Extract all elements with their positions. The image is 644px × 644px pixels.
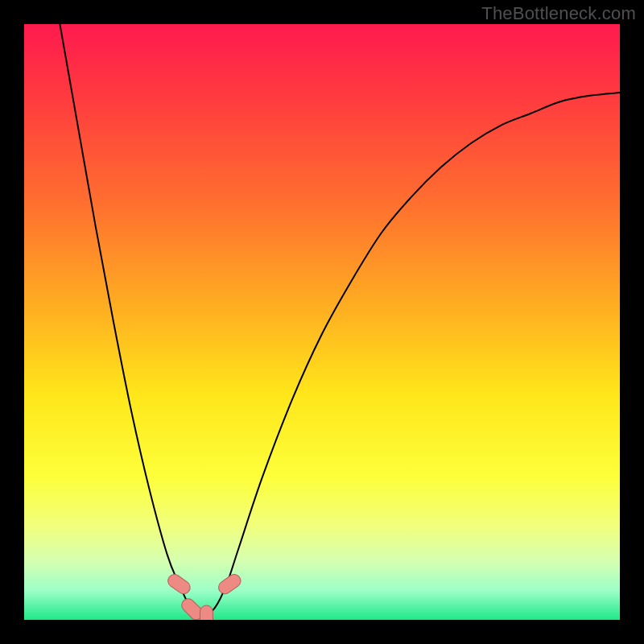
plot-svg	[24, 24, 620, 620]
curve-marker	[200, 605, 213, 620]
bottleneck-plot	[24, 24, 620, 620]
chart-frame: TheBottleneck.com	[0, 0, 644, 644]
watermark-text: TheBottleneck.com	[481, 3, 636, 24]
